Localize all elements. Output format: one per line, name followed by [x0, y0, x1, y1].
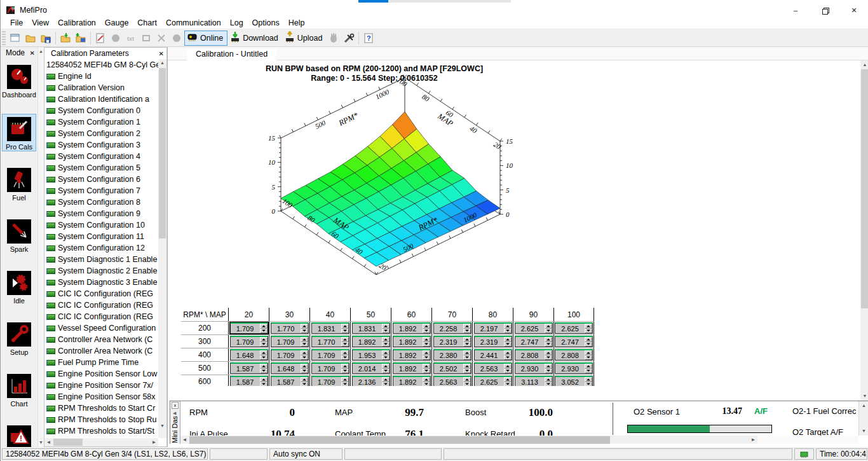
cell-value[interactable]: 2.808	[515, 350, 545, 360]
mode-panel-close-icon[interactable]: ✕	[30, 50, 35, 57]
spin-down-button[interactable]	[463, 369, 471, 374]
parameter-item[interactable]: System Configuration 9	[44, 208, 158, 219]
scrollbar-thumb[interactable]	[159, 68, 166, 238]
table-cell-spinner[interactable]: 1.709	[230, 336, 268, 347]
table-cell-spinner[interactable]: 1.709	[271, 336, 309, 347]
spin-up-button[interactable]	[463, 377, 471, 382]
spin-up-button[interactable]	[504, 350, 512, 355]
scroll-left-icon[interactable]: ◄	[180, 436, 189, 444]
cell-value[interactable]: 2.319	[475, 337, 504, 347]
cell-value[interactable]: 1.709	[231, 337, 260, 347]
minimize-button[interactable]: –	[781, 3, 810, 17]
menu-chart[interactable]: Chart	[133, 17, 161, 29]
spin-up-button[interactable]	[423, 364, 430, 369]
spin-down-button[interactable]	[260, 355, 268, 361]
spin-up-button[interactable]	[545, 350, 552, 355]
cell-value[interactable]: 1.892	[393, 337, 423, 347]
spin-up-button[interactable]	[382, 337, 390, 342]
cell-value[interactable]: 1.648	[231, 350, 260, 360]
spin-down-button[interactable]	[301, 369, 308, 374]
spin-up-button[interactable]	[463, 324, 471, 329]
table-cell-spinner[interactable]: 2.625	[474, 376, 512, 386]
spin-down-button[interactable]	[423, 342, 430, 347]
spin-up-button[interactable]	[341, 337, 349, 342]
cell-value[interactable]: 1.892	[393, 377, 423, 386]
table-cell-spinner[interactable]: 1.953	[352, 349, 390, 361]
cell-value[interactable]: 2.502	[434, 364, 463, 373]
spin-down-button[interactable]	[585, 369, 592, 374]
mode-panel-scrollbar[interactable]: ▲ ▼	[37, 47, 44, 447]
table-cell-spinner[interactable]: 1.709	[230, 322, 268, 334]
cell-value[interactable]: 1.709	[312, 350, 341, 360]
table-cell-spinner[interactable]: 1.709	[311, 376, 349, 386]
spin-up-button[interactable]	[545, 337, 552, 342]
table-cell-spinner[interactable]: 1.587	[230, 376, 268, 386]
spin-up-button[interactable]	[260, 337, 268, 342]
table-cell-spinner[interactable]: 3.052	[555, 376, 593, 386]
mode-item-pro-cals[interactable]: Pro Cals	[2, 114, 36, 151]
spin-up-button[interactable]	[260, 350, 268, 355]
import-icon[interactable]	[58, 31, 73, 46]
toolbar-grip[interactable]	[2, 31, 6, 45]
spin-up-button[interactable]	[341, 364, 349, 369]
cell-value[interactable]: 1.587	[231, 377, 260, 386]
scrollbar-thumb[interactable]	[53, 439, 83, 446]
spin-up-button[interactable]	[341, 350, 349, 355]
parameter-root-item[interactable]: 12584052 MEFI4b GM 8-Cyl Ge	[44, 59, 158, 71]
cell-value[interactable]: 2.747	[555, 337, 585, 347]
spin-up-button[interactable]	[382, 377, 390, 382]
cell-value[interactable]: 1.831	[353, 324, 382, 333]
main-vertical-scrollbar[interactable]: ▲ ▼	[860, 60, 868, 401]
spin-down-button[interactable]	[585, 342, 592, 347]
scroll-down-icon[interactable]: ▼	[158, 423, 166, 429]
parameter-item[interactable]: System Configuration 6	[44, 174, 158, 185]
spin-down-button[interactable]	[504, 369, 512, 374]
table-cell-spinner[interactable]: 2.747	[515, 336, 553, 347]
spin-up-button[interactable]	[341, 324, 349, 329]
menu-options[interactable]: Options	[248, 17, 284, 29]
spin-down-button[interactable]	[423, 369, 430, 374]
parameters-horizontal-scrollbar[interactable]: ◄ ►	[44, 438, 158, 446]
spin-up-button[interactable]	[301, 337, 308, 342]
spin-up-button[interactable]	[301, 364, 308, 369]
spin-up-button[interactable]	[585, 337, 592, 342]
tab-calibration-untitled[interactable]: Calibration - Untitled	[187, 48, 276, 60]
mini-das-horizontal-scrollbar[interactable]: ◄ ►	[180, 436, 757, 444]
spin-down-button[interactable]	[301, 355, 308, 361]
mode-item-chart[interactable]: Chart	[2, 371, 36, 408]
menu-log[interactable]: Log	[226, 17, 248, 29]
cell-value[interactable]: 2.808	[555, 350, 585, 360]
table-cell-spinner[interactable]: 2.502	[433, 362, 471, 374]
parameter-item[interactable]: Calibration Version	[44, 82, 158, 93]
cell-value[interactable]: 2.014	[353, 364, 382, 373]
scrollbar-thumb[interactable]	[861, 69, 868, 308]
table-cell-spinner[interactable]: 2.380	[433, 349, 471, 361]
table-cell-spinner[interactable]: 2.319	[474, 336, 512, 347]
table-cell-spinner[interactable]: 1.831	[352, 322, 390, 334]
parameter-item[interactable]: System Configuration 3	[44, 139, 158, 151]
table-cell-spinner[interactable]: 1.831	[311, 322, 349, 334]
table-cell-spinner[interactable]: 1.709	[311, 362, 349, 374]
spin-down-button[interactable]	[463, 342, 471, 347]
parameter-item[interactable]: Fuel Pump Prime Time	[44, 357, 158, 368]
mode-item-idle[interactable]: Idle	[2, 268, 36, 305]
spin-down-button[interactable]	[545, 369, 552, 374]
parameter-item[interactable]: System Configuration 0	[44, 105, 158, 116]
spin-down-button[interactable]	[260, 329, 268, 334]
cell-value[interactable]: 2.319	[434, 337, 463, 347]
table-cell-spinner[interactable]: 2.563	[474, 362, 512, 374]
parameter-item[interactable]: CIC IC Configuration (REG	[44, 288, 158, 299]
menu-file[interactable]: File	[6, 17, 27, 29]
online-button[interactable]: Online	[184, 31, 227, 46]
parameter-item[interactable]: Engine Position Sensor Low	[44, 368, 158, 380]
cell-value[interactable]: 3.052	[555, 377, 585, 386]
parameter-item[interactable]: System Configuration 8	[44, 196, 158, 208]
spin-up-button[interactable]	[463, 337, 471, 342]
parameter-item[interactable]: RPM Thresholds to Stop Ru	[44, 414, 158, 425]
spin-down-button[interactable]	[382, 369, 390, 374]
mode-item-fuel[interactable]: Fuel	[2, 165, 36, 202]
spin-down-button[interactable]	[341, 329, 349, 334]
cell-value[interactable]: 1.831	[312, 324, 341, 333]
cell-value[interactable]: 1.709	[231, 324, 260, 333]
cell-value[interactable]: 1.709	[271, 337, 301, 347]
